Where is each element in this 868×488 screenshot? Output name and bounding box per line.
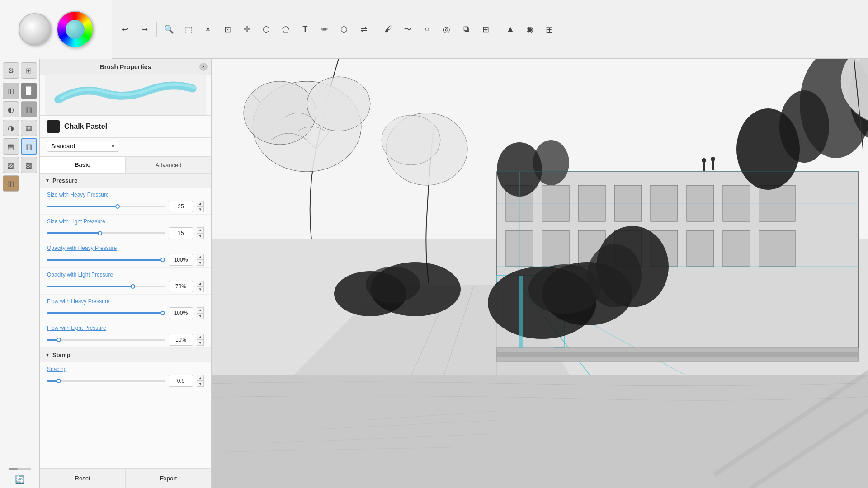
brush-type-11[interactable]: ◫	[3, 175, 19, 192]
opacity-light-pressure-down[interactable]: ▼	[197, 286, 204, 292]
svg-point-21	[533, 140, 569, 185]
size-heavy-pressure-track[interactable]	[47, 206, 165, 207]
stamp-section-header[interactable]: ▼ Stamp	[40, 348, 211, 362]
brush-type-3[interactable]: ◐	[3, 101, 19, 117]
opacity-heavy-pressure-value: 100%	[169, 254, 193, 266]
search-button[interactable]: 🔍	[160, 20, 178, 38]
flow-heavy-pressure-up[interactable]: ▲	[197, 307, 204, 313]
flow-light-pressure-spinners: ▲ ▼	[197, 334, 204, 346]
flow-light-pressure-down[interactable]: ▼	[197, 340, 204, 346]
flow-heavy-pressure-value: 100%	[169, 307, 193, 319]
palette-button[interactable]: ⊞	[540, 20, 558, 38]
spacing-track[interactable]	[47, 380, 165, 382]
opacity-heavy-pressure-down[interactable]: ▼	[197, 260, 204, 266]
svg-rect-59	[497, 352, 859, 357]
opacity-heavy-pressure-label[interactable]: Opacity with Heavy Pressure	[47, 245, 117, 251]
spacing-row: Spacing 0.5 ▲ ▼	[40, 362, 211, 389]
layers-button[interactable]: ⊞	[476, 20, 495, 38]
flow-heavy-pressure-thumb[interactable]	[160, 311, 165, 315]
pencil-button[interactable]: ✏	[316, 20, 334, 38]
size-heavy-pressure-down[interactable]: ▼	[197, 206, 204, 212]
flow-heavy-pressure-label[interactable]: Flow with Heavy Pressure	[47, 298, 110, 305]
size-light-pressure-down[interactable]: ▼	[197, 233, 204, 239]
redo-button[interactable]: ↪	[135, 20, 153, 38]
opacity-light-pressure-track[interactable]	[47, 286, 165, 287]
brush-type-1[interactable]: ◫	[3, 83, 19, 99]
size-light-pressure-thumb[interactable]	[98, 231, 102, 235]
transform-button[interactable]: ✛	[238, 20, 256, 38]
color-wheel[interactable]	[57, 11, 94, 48]
opacity-light-pressure-label[interactable]: Opacity with Light Pressure	[47, 272, 113, 278]
size-light-pressure-spinners: ▲ ▼	[197, 227, 204, 239]
clone-button[interactable]: ⧉	[457, 20, 475, 38]
gradient-button[interactable]: ▲	[501, 20, 519, 38]
opacity-heavy-pressure-thumb[interactable]	[160, 258, 165, 262]
brush-type-7[interactable]: ▤	[3, 138, 19, 155]
stamp-section-label: Stamp	[52, 352, 71, 358]
spacing-thumb[interactable]	[57, 379, 61, 383]
select-button[interactable]: ⬚	[179, 20, 198, 38]
opacity-light-pressure-up[interactable]: ▲	[197, 281, 204, 286]
box3d-button[interactable]: ⬡	[335, 20, 353, 38]
color-circle-gray[interactable]	[19, 13, 51, 46]
size-light-pressure-label[interactable]: Size with Light Pressure	[47, 218, 105, 225]
warp-button[interactable]: ⬡	[257, 20, 275, 38]
opacity-heavy-pressure-up[interactable]: ▲	[197, 254, 204, 260]
crop-button[interactable]: ⊡	[218, 20, 236, 38]
brush-type-2[interactable]: █	[21, 83, 37, 99]
tab-advanced[interactable]: Advanced	[126, 157, 211, 173]
spacing-value: 0.5	[169, 375, 193, 387]
flow-light-pressure-up[interactable]: ▲	[197, 334, 204, 340]
brush-type-8[interactable]: ▥	[21, 138, 37, 155]
spacing-down[interactable]: ▼	[197, 381, 204, 387]
brush-properties-close[interactable]: ×	[199, 63, 208, 71]
svg-rect-13	[542, 230, 569, 267]
stamp-button[interactable]: ◎	[438, 20, 456, 38]
brush-type-9[interactable]: ▨	[3, 157, 19, 173]
stamp-chevron-icon: ▼	[45, 352, 50, 357]
size-light-pressure-up[interactable]: ▲	[197, 227, 204, 233]
flow-light-pressure-thumb[interactable]	[57, 338, 61, 342]
opacity-heavy-pressure-track[interactable]	[47, 259, 165, 261]
flow-heavy-pressure-spinners: ▲ ▼	[197, 307, 204, 319]
brush-type-4[interactable]: ▥	[21, 101, 37, 117]
size-heavy-pressure-thumb[interactable]	[115, 204, 120, 209]
grid-icon[interactable]: ⊞	[21, 62, 37, 79]
reset-button[interactable]: Reset	[40, 469, 126, 488]
flow-heavy-pressure-down[interactable]: ▼	[197, 313, 204, 319]
flow-light-pressure-label[interactable]: Flow with Light Pressure	[47, 325, 106, 331]
brush-type-10[interactable]: ▩	[21, 157, 37, 173]
settings-icon[interactable]: ⚙	[3, 62, 19, 79]
canvas-area[interactable]	[212, 59, 868, 488]
export-button[interactable]: Export	[126, 469, 211, 488]
fill-button[interactable]: ⬠	[277, 20, 295, 38]
symmetry-button[interactable]: ⇌	[354, 20, 373, 38]
size-light-pressure-track[interactable]	[47, 232, 165, 234]
brush-type-6[interactable]: ▦	[21, 120, 37, 136]
pressure-section-header[interactable]: ▼ Pressure	[40, 174, 211, 188]
undo-button[interactable]: ↩	[116, 20, 134, 38]
preset-select[interactable]: Standard	[47, 141, 119, 152]
curve-button[interactable]: 〜	[399, 20, 417, 38]
colorwheel-button[interactable]: ◉	[521, 20, 539, 38]
spacing-label[interactable]: Spacing	[47, 366, 66, 372]
flow-light-pressure-value: 10%	[169, 334, 193, 346]
preset-row: Standard ▼	[40, 138, 211, 157]
brush-properties-footer: Reset Export	[40, 468, 211, 488]
brush-button[interactable]: 🖌	[379, 20, 397, 38]
flow-heavy-pressure-track[interactable]	[47, 312, 165, 314]
ellipse-button[interactable]: ○	[418, 20, 436, 38]
select-cancel-button[interactable]: ✕	[199, 20, 217, 38]
tab-basic[interactable]: Basic	[40, 157, 126, 173]
spacing-spinners: ▲ ▼	[197, 375, 204, 387]
text-button[interactable]: T	[296, 20, 314, 38]
size-heavy-pressure-label[interactable]: Size with Heavy Pressure	[47, 192, 109, 198]
spacing-up[interactable]: ▲	[197, 375, 204, 381]
flow-light-pressure-track[interactable]	[47, 339, 165, 341]
size-heavy-pressure-up[interactable]: ▲	[197, 201, 204, 206]
brush-properties-panel: Brush Properties × Chalk Pastel Standard…	[40, 59, 212, 488]
sync-icon[interactable]: 🔄	[15, 474, 25, 484]
brush-type-5[interactable]: ◑	[3, 120, 19, 136]
opacity-light-pressure-thumb[interactable]	[131, 284, 135, 289]
svg-rect-17	[687, 230, 714, 267]
